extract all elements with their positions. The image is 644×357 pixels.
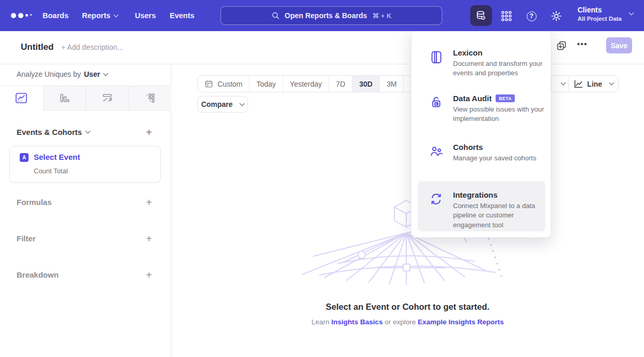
menu-item-lexicon[interactable]: Lexicon Document and transform your even… <box>412 48 552 88</box>
add-filter-button[interactable]: + <box>142 232 156 245</box>
mixpanel-logo-icon[interactable] <box>11 0 32 31</box>
more-options-icon[interactable]: ••• <box>577 39 587 48</box>
event-card[interactable]: A Select Event Count Total <box>9 146 161 183</box>
analyze-by-dropdown[interactable]: User <box>84 70 107 78</box>
project-selector[interactable]: Clients All Project Data <box>578 6 622 22</box>
chevron-down-icon <box>113 12 118 17</box>
range-7d[interactable]: 7D <box>328 76 352 92</box>
analyze-row: Analyze Uniques by User <box>17 70 107 78</box>
nav-boards[interactable]: Boards <box>43 0 68 31</box>
search-placeholder: Open Reports & Boards <box>285 11 367 20</box>
chevron-down-icon <box>561 80 566 86</box>
nav-users[interactable]: Users <box>135 0 156 31</box>
menu-item-integrations[interactable]: Integrations Connect Mixpanel to a data … <box>412 190 552 232</box>
events-cohorts-header[interactable]: Events & Cohorts <box>17 128 90 136</box>
menu-item-cohorts[interactable]: Cohorts Manage your saved cohorts <box>412 143 552 172</box>
save-button[interactable]: Save <box>606 37 632 53</box>
metrics-dots-icon <box>144 92 156 104</box>
search-input[interactable]: Open Reports & Boards ⌘ + K <box>221 6 442 25</box>
insights-basics-link[interactable]: Insights Basics <box>331 318 382 326</box>
menu-item-data-audit[interactable]: Data AuditBETA View possible issues with… <box>412 94 552 130</box>
range-yesterday[interactable]: Yesterday <box>283 76 329 92</box>
flow-chart-tab[interactable] <box>86 86 129 110</box>
range-3m[interactable]: 3M <box>379 76 403 92</box>
chevron-down-icon <box>103 71 108 76</box>
help-icon[interactable]: ? <box>523 8 540 24</box>
compare-button[interactable]: Compare <box>197 96 248 113</box>
query-builder-sidebar: Analyze Uniques by User <box>0 64 171 357</box>
cohorts-people-icon <box>430 145 443 158</box>
report-title[interactable]: Untitled <box>21 42 53 52</box>
range-custom[interactable]: Custom <box>198 76 249 92</box>
breakdown-header: Breakdown <box>17 270 59 279</box>
range-today[interactable]: Today <box>249 76 282 92</box>
search-icon <box>271 11 280 20</box>
data-management-icon[interactable] <box>470 5 492 26</box>
add-breakdown-button[interactable]: + <box>142 268 156 282</box>
line-chart-tab[interactable] <box>0 86 43 110</box>
range-30d[interactable]: 30D <box>352 76 379 92</box>
add-description-field[interactable]: + Add description... <box>61 43 123 51</box>
empty-state-links: Learn Insights Basics or explore Example… <box>171 318 644 326</box>
chart-type-button[interactable]: Line <box>568 75 619 92</box>
data-management-menu: Lexicon Document and transform your even… <box>411 29 551 238</box>
line-chart-icon <box>573 79 583 89</box>
top-navbar: Boards Reports Users Events Open Reports… <box>0 0 644 31</box>
lexicon-book-icon <box>430 50 443 64</box>
metrics-tab[interactable] <box>129 86 172 110</box>
nav-events[interactable]: Events <box>170 0 195 31</box>
search-shortcut: ⌘ + K <box>372 12 391 20</box>
formulas-header: Formulas <box>17 198 52 207</box>
empty-state-title: Select an Event or Cohort to get started… <box>171 302 644 312</box>
add-event-button[interactable]: + <box>142 126 156 139</box>
chevron-down-icon <box>629 10 634 16</box>
calendar-icon <box>204 79 213 88</box>
chevron-down-icon <box>85 129 90 134</box>
project-scope: All Project Data <box>578 16 622 22</box>
select-event-label: Select Event <box>34 153 80 161</box>
bar-chart-icon <box>59 92 70 104</box>
data-audit-icon <box>430 96 443 109</box>
beta-badge: BETA <box>496 94 515 102</box>
chevron-down-icon <box>240 101 245 106</box>
example-insights-reports-link[interactable]: Example Insights Reports <box>418 318 504 326</box>
line-chart-icon <box>15 92 28 104</box>
bar-chart-tab[interactable] <box>43 86 86 110</box>
settings-gear-icon[interactable] <box>548 8 565 24</box>
apps-grid-icon[interactable] <box>498 8 515 24</box>
nav-reports[interactable]: Reports <box>82 0 118 31</box>
duplicate-icon[interactable] <box>556 40 567 51</box>
integrations-sync-icon <box>430 193 443 205</box>
filter-header: Filter <box>17 234 36 243</box>
series-a-badge: A <box>20 153 29 162</box>
project-name: Clients <box>578 6 622 14</box>
count-total-label[interactable]: Count Total <box>34 167 68 175</box>
chevron-down-icon <box>609 80 614 86</box>
chart-type-tabs <box>0 86 171 111</box>
flow-chart-icon <box>102 92 113 104</box>
analyze-prefix-label: Analyze Uniques by <box>17 70 81 78</box>
add-formula-button[interactable]: + <box>142 196 156 209</box>
